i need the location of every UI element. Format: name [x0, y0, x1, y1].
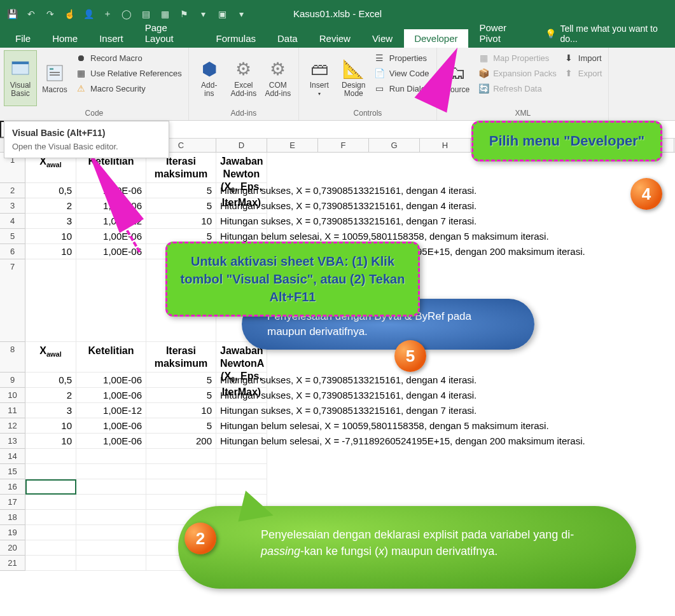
cell[interactable]: 1,00E-06 — [76, 373, 146, 388]
cell[interactable] — [76, 449, 146, 464]
cell[interactable] — [25, 479, 76, 495]
cell[interactable] — [25, 259, 76, 342]
tab-page-layout[interactable]: Page Layout — [135, 18, 205, 48]
cell[interactable] — [25, 525, 76, 540]
row-header[interactable]: 19 — [0, 525, 25, 540]
cell[interactable] — [146, 449, 216, 464]
tab-home[interactable]: Home — [42, 29, 88, 48]
macro-security-button[interactable]: ⚠Macro Security — [73, 81, 184, 96]
cell[interactable]: Hitungan sukses, X = 0,739085133215161, … — [216, 183, 267, 198]
row-header[interactable]: 7 — [0, 259, 25, 342]
cell[interactable]: Hitungan belum selesai, X = -7,911892605… — [216, 434, 267, 449]
row-header[interactable]: 13 — [0, 434, 25, 449]
cell[interactable]: 3 — [25, 403, 76, 418]
cell[interactable]: 1,00E-06 — [76, 418, 146, 434]
record-macro-button[interactable]: ⏺Record Macro — [73, 50, 184, 65]
cell[interactable]: 2 — [25, 388, 76, 403]
properties-button[interactable]: ☰Properties — [372, 50, 433, 65]
expansion-packs-button[interactable]: 📦Expansion Packs — [475, 65, 559, 81]
com-addins-button[interactable]: ⚙COM Add-ins — [261, 50, 295, 106]
cell[interactable]: 1,00E-06 — [76, 229, 146, 244]
cell[interactable]: 5 — [146, 388, 216, 403]
cell[interactable] — [25, 495, 76, 510]
row-header[interactable]: 6 — [0, 244, 25, 259]
cell[interactable]: Ketelitian — [76, 342, 146, 373]
col-D[interactable]: D — [216, 139, 267, 152]
cell[interactable]: 1,00E-06 — [76, 388, 146, 403]
row-header[interactable]: 3 — [0, 198, 25, 214]
xml-export-button[interactable]: ⬆Export — [560, 65, 605, 81]
cell[interactable] — [146, 479, 216, 495]
qat-undo-icon[interactable]: ↶ — [23, 6, 39, 22]
cell[interactable]: 1,00E-12 — [76, 403, 146, 418]
cell[interactable]: 5 — [146, 198, 216, 214]
cell[interactable]: Iterasi maksimum — [146, 342, 216, 373]
cell[interactable] — [25, 510, 76, 525]
tab-formulas[interactable]: Formulas — [206, 29, 267, 48]
cell[interactable] — [25, 464, 76, 479]
cell[interactable] — [216, 464, 267, 479]
cell[interactable]: 10 — [25, 434, 76, 449]
cell[interactable]: 10 — [25, 244, 76, 259]
row-header[interactable]: 18 — [0, 510, 25, 525]
cell[interactable]: 0,5 — [25, 373, 76, 388]
cell[interactable]: 10 — [25, 229, 76, 244]
addins-button[interactable]: ⬢Add- ins — [193, 50, 226, 106]
xml-import-button[interactable]: ⬇Import — [560, 50, 605, 65]
tab-data[interactable]: Data — [267, 29, 308, 48]
cell[interactable] — [76, 556, 146, 571]
tab-view[interactable]: View — [362, 29, 403, 48]
row-header[interactable]: 11 — [0, 403, 25, 418]
cell[interactable]: Hitungan sukses, X = 0,739085133215161, … — [216, 373, 267, 388]
row-header[interactable]: 12 — [0, 418, 25, 434]
row-header[interactable]: 2 — [0, 183, 25, 198]
cell[interactable]: Hitungan sukses, X = 0,739085133215161, … — [216, 198, 267, 214]
qat-plus-icon[interactable]: ＋ — [99, 6, 116, 22]
cell[interactable]: 3 — [25, 214, 76, 229]
row-header[interactable]: 16 — [0, 479, 25, 495]
tell-me-search[interactable]: 💡 Tell me what you want to do... — [538, 20, 675, 48]
cell[interactable] — [216, 449, 267, 464]
row-header[interactable]: 4 — [0, 214, 25, 229]
cell[interactable]: 200 — [146, 434, 216, 449]
cell[interactable]: Hitungan belum selesai, X = 10059,580115… — [216, 418, 267, 434]
macros-button[interactable]: Macros — [38, 50, 71, 106]
cell[interactable]: 1,00E-06 — [76, 434, 146, 449]
cell[interactable]: Hitungan sukses, X = 0,739085133215161, … — [216, 214, 267, 229]
cell[interactable]: Hitungan sukses, X = 0,739085133215161, … — [216, 403, 267, 418]
tab-file[interactable]: File — [5, 29, 41, 48]
cell[interactable] — [25, 449, 76, 464]
cell[interactable] — [76, 495, 146, 510]
tab-insert[interactable]: Insert — [89, 29, 134, 48]
row-header[interactable]: 21 — [0, 556, 25, 571]
row-header[interactable]: 10 — [0, 388, 25, 403]
qat-circle-icon[interactable]: ◯ — [118, 6, 135, 22]
col-E[interactable]: E — [267, 139, 318, 152]
cell[interactable] — [25, 540, 76, 556]
cell[interactable]: 10 — [146, 403, 216, 418]
cell[interactable] — [146, 464, 216, 479]
qat-user-icon[interactable]: 👤 — [80, 6, 97, 22]
use-relative-references-button[interactable]: ▦Use Relative References — [73, 65, 184, 81]
row-header[interactable]: 15 — [0, 464, 25, 479]
tab-review[interactable]: Review — [309, 29, 361, 48]
col-H[interactable]: H — [420, 139, 471, 152]
map-properties-button[interactable]: ▦Map Properties — [475, 50, 559, 65]
cell[interactable]: 5 — [146, 418, 216, 434]
cell[interactable]: 2 — [25, 198, 76, 214]
cell[interactable] — [76, 510, 146, 525]
visual-basic-button[interactable]: Visual Basic — [4, 50, 37, 106]
row-header[interactable]: 14 — [0, 449, 25, 464]
row-header[interactable]: 8 — [0, 342, 25, 373]
col-G[interactable]: G — [369, 139, 420, 152]
cell[interactable]: 0,5 — [25, 183, 76, 198]
cell[interactable] — [76, 479, 146, 495]
cell[interactable]: 5 — [146, 183, 216, 198]
row-header[interactable]: 20 — [0, 540, 25, 556]
insert-control-button[interactable]: 🗃Insert▾ — [303, 50, 336, 106]
cell[interactable]: 10 — [146, 214, 216, 229]
row-header[interactable]: 5 — [0, 229, 25, 244]
row-header[interactable]: 17 — [0, 495, 25, 510]
row-header[interactable]: 9 — [0, 373, 25, 388]
cell[interactable] — [76, 540, 146, 556]
